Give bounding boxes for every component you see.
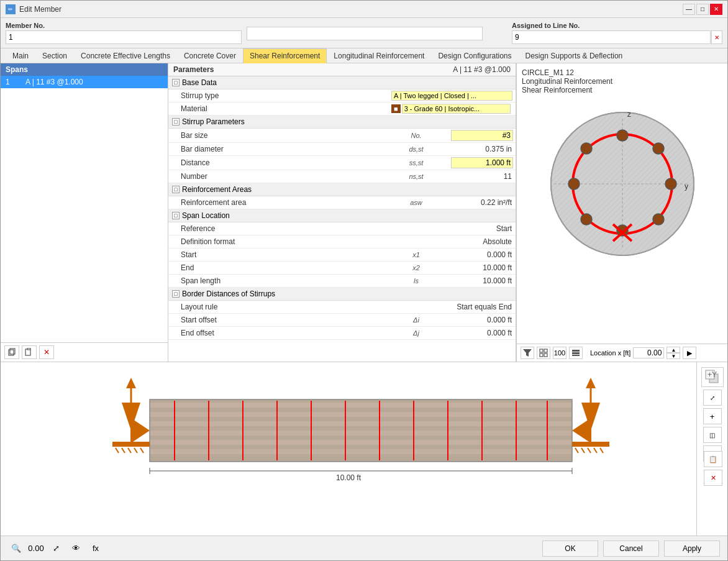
report-btn[interactable]: 📋 xyxy=(704,451,722,467)
location-label: Location x [ft] xyxy=(590,349,630,357)
assigned-clear-button[interactable]: ✕ xyxy=(711,30,722,44)
tab-bar: Main Section Concrete Effective Lengths … xyxy=(1,48,727,63)
cs-title: CIRCLE_M1 12 xyxy=(522,68,722,77)
svg-rect-33 xyxy=(572,350,580,352)
cs-line2: Shear Reinforcement xyxy=(522,86,722,94)
collapse-base-data[interactable]: □ xyxy=(172,79,180,86)
func-footer-btn[interactable]: fx xyxy=(88,541,104,556)
svg-rect-29 xyxy=(540,349,543,352)
main-content-area: Spans 1 A | 11 #3 @1.000 ✕ xyxy=(1,63,727,362)
zoom-fit-btn[interactable]: ⤢ xyxy=(703,390,722,406)
move-footer-btn[interactable]: ⤢ xyxy=(48,541,64,556)
section-base-data[interactable]: □ Base Data xyxy=(168,76,516,89)
tab-concrete-eff[interactable]: Concrete Effective Lengths xyxy=(74,48,177,63)
tab-design-support[interactable]: Design Supports & Deflection xyxy=(519,48,630,63)
cs-view-btn1[interactable] xyxy=(537,347,550,359)
stirrup-type-input[interactable] xyxy=(391,91,512,101)
span-list: 1 A | 11 #3 @1.000 xyxy=(1,76,168,342)
footer: 🔍 0.00 ⤢ 👁 fx OK Cancel Apply xyxy=(1,536,727,560)
section-stirrup-params[interactable]: □ Stirrup Parameters xyxy=(168,116,516,129)
params-title: Parameters xyxy=(173,65,214,74)
apply-button[interactable]: Apply xyxy=(664,540,720,557)
material-input[interactable] xyxy=(402,104,511,114)
maximize-button[interactable]: □ xyxy=(696,4,709,15)
tab-design-config[interactable]: Design Configurations xyxy=(431,48,518,63)
distance-input[interactable] xyxy=(451,157,513,168)
assigned-label: Assigned to Line No. xyxy=(512,22,722,29)
svg-rect-31 xyxy=(540,353,543,357)
location-right-btn[interactable]: ▶ xyxy=(683,347,696,359)
location-up-btn[interactable]: ▲ xyxy=(667,347,680,353)
member-no-input[interactable] xyxy=(6,30,242,44)
collapse-span-location[interactable]: □ xyxy=(172,212,180,219)
settings2-btn[interactable]: ✕ xyxy=(704,470,722,486)
params-scroll[interactable]: □ Base Data Stirrup type Material ■ xyxy=(168,76,516,362)
params-header: Parameters A | 11 #3 @1.000 xyxy=(168,63,516,76)
section-reinf-areas[interactable]: □ Reinforcement Areas xyxy=(168,183,516,196)
view-footer-btn[interactable]: 👁 xyxy=(68,541,84,556)
param-start: Start x1 0.000 ft xyxy=(168,249,516,262)
footer-left-tools: 🔍 0.00 ⤢ 👁 fx xyxy=(8,541,104,556)
delete-button[interactable]: ✕ xyxy=(39,345,54,359)
close-button[interactable]: ✕ xyxy=(710,4,722,15)
svg-line-59 xyxy=(116,448,119,453)
window-title: Edit Member xyxy=(19,5,61,14)
coord-footer-btn[interactable]: 0.00 xyxy=(28,541,44,556)
svg-rect-41 xyxy=(150,440,572,445)
svg-line-71 xyxy=(581,448,585,453)
tab-shear-reinf[interactable]: Shear Reinforcement xyxy=(243,48,327,63)
copy-button[interactable] xyxy=(4,345,19,359)
svg-point-19 xyxy=(617,130,628,141)
param-number: Number ns,st 11 xyxy=(168,170,516,183)
tab-main[interactable]: Main xyxy=(6,48,35,63)
param-bar-diameter: Bar diameter ds,st 0.375 in xyxy=(168,143,516,156)
svg-rect-32 xyxy=(544,353,547,357)
app-icon: ✏ xyxy=(6,4,16,14)
cs-view-btn3[interactable] xyxy=(569,347,583,359)
svg-point-25 xyxy=(568,178,580,189)
zoom-in-btn[interactable]: + xyxy=(703,408,722,424)
svg-marker-66 xyxy=(126,378,136,388)
assigned-input[interactable] xyxy=(512,30,711,44)
collapse-stirrup-params[interactable]: □ xyxy=(172,118,180,125)
search-footer-btn[interactable]: 🔍 xyxy=(8,541,24,556)
param-definition-format: Definition format Absolute xyxy=(168,235,516,249)
cs-view-btn2[interactable]: 100 xyxy=(553,347,566,359)
section-span-location[interactable]: □ Span Location xyxy=(168,209,516,222)
section-border-dist[interactable]: □ Border Distances of Stirrups xyxy=(168,288,516,301)
tab-long-reinf[interactable]: Longitudinal Reinforcement xyxy=(327,48,431,63)
filter-button[interactable] xyxy=(521,347,534,359)
spans-col1: Spans xyxy=(6,65,28,74)
param-start-offset: Start offset Δi 0.000 ft xyxy=(168,314,516,327)
minimize-button[interactable]: — xyxy=(683,4,695,15)
collapse-reinf-areas[interactable]: □ xyxy=(172,186,180,193)
svg-line-62 xyxy=(134,448,137,453)
member-no-label: Member No. xyxy=(6,22,242,29)
svg-rect-3 xyxy=(27,348,30,350)
location-value-input[interactable] xyxy=(633,347,664,358)
location-down-btn[interactable]: ▼ xyxy=(667,353,680,359)
svg-text:z: z xyxy=(627,110,631,119)
collapse-border-dist[interactable]: □ xyxy=(172,290,180,298)
cancel-button[interactable]: Cancel xyxy=(603,540,659,557)
footer-right-buttons: OK Cancel Apply xyxy=(542,540,720,557)
svg-point-26 xyxy=(581,143,592,154)
cs-labels: CIRCLE_M1 12 Longitudinal Reinforcement … xyxy=(522,68,722,94)
view-options-btn[interactable]: ◫ xyxy=(703,427,722,443)
cs-line1: Longitudinal Reinforcement xyxy=(522,77,722,86)
svg-line-60 xyxy=(122,448,125,453)
ok-button[interactable]: OK xyxy=(542,540,598,557)
nav-cube-btn[interactable]: +Y xyxy=(701,367,724,387)
param-bar-size: Bar size No. xyxy=(168,129,516,143)
tab-concrete-cover[interactable]: Concrete Cover xyxy=(177,48,243,63)
span-item[interactable]: 1 A | 11 #3 @1.000 xyxy=(1,76,168,88)
svg-point-20 xyxy=(653,143,664,154)
bar-size-input[interactable] xyxy=(451,130,513,141)
param-layout-rule: Layout rule Start equals End xyxy=(168,301,516,314)
svg-rect-58 xyxy=(112,442,150,447)
tab-section[interactable]: Section xyxy=(35,48,74,63)
svg-line-63 xyxy=(140,448,143,453)
paste-button[interactable] xyxy=(22,345,37,359)
svg-rect-34 xyxy=(572,352,580,354)
middle-input[interactable] xyxy=(247,27,483,40)
